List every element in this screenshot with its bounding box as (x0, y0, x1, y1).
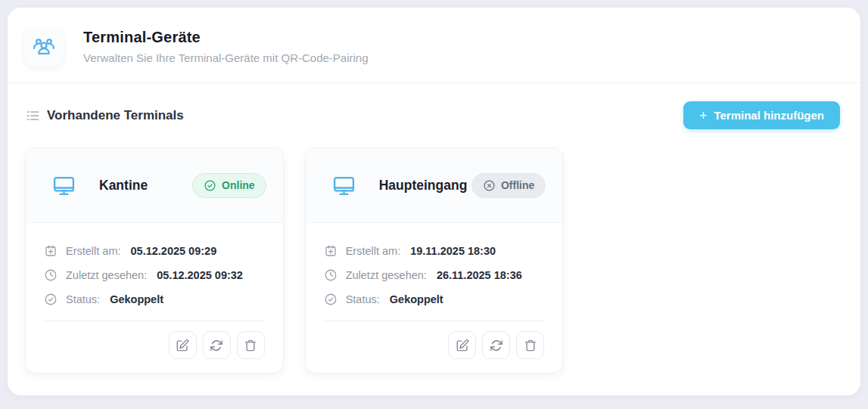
plus-icon: + (699, 109, 708, 122)
x-circle-icon (483, 179, 496, 192)
card-body: Erstellt am: 05.12.2025 09:29 Zuletzt ge… (26, 223, 283, 359)
trash-icon (524, 339, 537, 352)
status-value: Gekoppelt (110, 293, 163, 305)
last-seen-value: 05.12.2025 09:32 (157, 269, 243, 281)
clock-icon (44, 268, 58, 282)
last-seen-row: Zuletzt gesehen: 05.12.2025 09:32 (44, 268, 265, 283)
card-divider (324, 321, 545, 321)
trash-icon (244, 339, 257, 352)
calendar-plus-icon (44, 244, 58, 258)
status-badge-offline: Offline (471, 173, 546, 198)
status-row: Status: Gekoppelt (324, 292, 545, 307)
last-seen-label: Zuletzt gesehen: (66, 269, 147, 281)
delete-button[interactable] (516, 331, 544, 359)
status-label: Status: (346, 293, 380, 305)
page-title: Terminal-Geräte (83, 29, 369, 46)
terminals-grid: Kantine Online (8, 129, 860, 373)
last-seen-label: Zuletzt gesehen: (346, 269, 427, 281)
list-icon (25, 108, 40, 123)
status-row: Status: Gekoppelt (44, 292, 265, 307)
section-title-wrap: Vorhandene Terminals (25, 108, 184, 123)
title-block: Terminal-Geräte Verwalten Sie Ihre Termi… (83, 27, 369, 64)
page-header: Terminal-Geräte Verwalten Sie Ihre Termi… (8, 8, 860, 83)
add-terminal-button[interactable]: + Terminal hinzufügen (683, 101, 840, 129)
section-title: Vorhandene Terminals (47, 108, 184, 123)
edit-icon (176, 339, 189, 352)
check-circle-icon (324, 293, 338, 306)
card-header: Haupteingang Offline (306, 148, 563, 223)
edit-button[interactable] (169, 331, 197, 359)
created-row: Erstellt am: 19.11.2025 18:30 (324, 243, 545, 259)
card-body: Erstellt am: 19.11.2025 18:30 Zuletzt ge… (306, 223, 563, 359)
terminal-name: Haupteingang (379, 178, 468, 194)
terminal-devices-panel: Terminal-Geräte Verwalten Sie Ihre Termi… (8, 8, 860, 395)
status-badge-label: Offline (501, 179, 534, 191)
created-value: 19.11.2025 18:30 (410, 245, 496, 257)
created-label: Erstellt am: (66, 245, 121, 257)
status-badge-label: Online (222, 179, 255, 191)
status-badge-online: Online (192, 173, 266, 198)
created-value: 05.12.2025 09:29 (131, 245, 217, 257)
created-row: Erstellt am: 05.12.2025 09:29 (44, 243, 265, 259)
monitor-icon (331, 173, 356, 198)
refresh-icon (490, 339, 503, 352)
section-row: Vorhandene Terminals + Terminal hinzufüg… (8, 83, 860, 129)
refresh-button[interactable] (203, 331, 231, 359)
last-seen-value: 26.11.2025 18:36 (437, 269, 522, 281)
last-seen-row: Zuletzt gesehen: 26.11.2025 18:36 (324, 268, 545, 283)
check-circle-icon (204, 179, 216, 192)
created-label: Erstellt am: (346, 245, 401, 257)
page-subtitle: Verwalten Sie Ihre Terminal-Geräte mit Q… (83, 51, 369, 64)
empty-grid-cell (584, 147, 843, 373)
refresh-icon (210, 339, 223, 352)
status-value: Gekoppelt (390, 293, 443, 305)
calendar-plus-icon (324, 244, 338, 258)
edit-icon (456, 339, 469, 352)
add-terminal-button-label: Terminal hinzufügen (714, 109, 824, 122)
clock-icon (324, 268, 338, 282)
terminal-name: Kantine (99, 178, 148, 194)
action-row (324, 331, 545, 359)
edit-button[interactable] (448, 331, 476, 359)
header-icon-box (24, 27, 64, 67)
status-label: Status: (66, 293, 100, 305)
users-icon (32, 35, 56, 59)
terminal-card-kantine: Kantine Online (25, 147, 284, 373)
refresh-button[interactable] (482, 331, 510, 359)
check-circle-icon (44, 293, 58, 306)
card-header: Kantine Online (26, 148, 283, 223)
delete-button[interactable] (237, 331, 265, 359)
card-divider (44, 321, 265, 321)
action-row (44, 331, 265, 359)
monitor-icon (51, 173, 76, 198)
terminal-card-haupteingang: Haupteingang Offline (305, 147, 564, 373)
